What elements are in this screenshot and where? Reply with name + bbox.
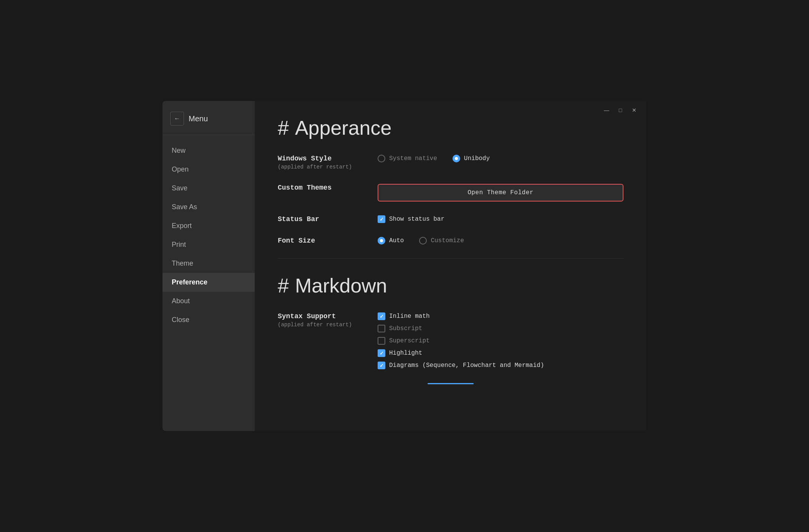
appearance-title: Apperance — [295, 116, 392, 139]
syntax-support-sub: (applied after restart) — [278, 322, 378, 328]
markdown-hash: # — [278, 274, 289, 297]
inline-math-checkbox[interactable]: Inline math — [378, 312, 623, 320]
subscript-label: Subscript — [389, 325, 422, 332]
radio-system-native[interactable]: System native — [378, 155, 437, 162]
subscript-checkbox[interactable]: Subscript — [378, 325, 623, 332]
radio-system-native-circle — [378, 155, 385, 162]
highlight-label: Highlight — [389, 350, 422, 357]
sidebar-header: ← Menu — [162, 109, 255, 135]
main-content: # Apperance Windows Style (applied after… — [255, 101, 647, 431]
markdown-title: Markdown — [295, 274, 387, 297]
highlight-checkbox[interactable]: Highlight — [378, 349, 623, 357]
custom-themes-title: Custom Themes — [278, 184, 378, 192]
appearance-heading: # Apperance — [278, 116, 623, 139]
open-theme-folder-button[interactable]: Open Theme Folder — [378, 184, 623, 202]
sidebar: ← Menu New Open Save Save As Export Prin… — [162, 101, 255, 431]
syntax-support-controls: Inline math Subscript Superscript Highli… — [378, 312, 623, 369]
sidebar-item-about[interactable]: About — [162, 292, 255, 311]
syntax-support-label: Syntax Support (applied after restart) — [278, 312, 378, 328]
custom-themes-label: Custom Themes — [278, 184, 378, 192]
radio-unibody[interactable]: Unibody — [453, 155, 490, 162]
sidebar-title: Menu — [189, 114, 208, 123]
show-status-bar-box — [378, 215, 385, 223]
radio-auto-label: Auto — [389, 237, 404, 244]
app-window: — □ ✕ ← Menu New Open Save Save As Expor… — [162, 101, 647, 431]
sidebar-item-theme[interactable]: Theme — [162, 254, 255, 273]
radio-system-native-label: System native — [389, 155, 437, 162]
status-bar-controls: Show status bar — [378, 215, 623, 223]
font-size-row: Font Size Auto Customize — [278, 237, 623, 245]
inline-math-box — [378, 312, 385, 320]
diagrams-checkbox[interactable]: Diagrams (Sequence, Flowchart and Mermai… — [378, 362, 623, 369]
sidebar-item-save[interactable]: Save — [162, 179, 255, 198]
syntax-support-title: Syntax Support — [278, 312, 378, 320]
back-button[interactable]: ← — [170, 112, 184, 126]
status-bar-title: Status Bar — [278, 215, 378, 223]
radio-customize-label: Customize — [431, 237, 464, 244]
custom-themes-controls: Open Theme Folder — [378, 184, 623, 202]
appearance-hash: # — [278, 116, 289, 139]
status-bar-label: Status Bar — [278, 215, 378, 223]
superscript-box — [378, 337, 385, 345]
sidebar-item-new[interactable]: New — [162, 141, 255, 160]
font-size-options: Auto Customize — [378, 237, 623, 245]
sidebar-item-preference[interactable]: Preference — [162, 273, 255, 292]
radio-customize[interactable]: Customize — [419, 237, 464, 245]
radio-customize-circle — [419, 237, 427, 245]
close-button[interactable]: ✕ — [628, 106, 640, 115]
minimize-button[interactable]: — — [600, 106, 613, 115]
inline-math-label: Inline math — [389, 313, 430, 320]
windows-style-options: System native Unibody — [378, 155, 623, 162]
windows-style-sub: (applied after restart) — [278, 164, 378, 170]
superscript-label: Superscript — [389, 337, 430, 344]
scrollbar-indicator — [428, 383, 474, 384]
font-size-title: Font Size — [278, 237, 378, 245]
windows-style-controls: System native Unibody — [378, 155, 623, 162]
titlebar: — □ ✕ — [594, 101, 647, 119]
windows-style-row: Windows Style (applied after restart) Sy… — [278, 155, 623, 170]
show-status-bar-checkbox[interactable]: Show status bar — [378, 215, 623, 223]
sidebar-item-export[interactable]: Export — [162, 216, 255, 235]
syntax-support-row: Syntax Support (applied after restart) I… — [278, 312, 623, 369]
superscript-checkbox[interactable]: Superscript — [378, 337, 623, 345]
windows-style-title: Windows Style — [278, 155, 378, 162]
sidebar-item-print[interactable]: Print — [162, 235, 255, 254]
maximize-button[interactable]: □ — [614, 106, 627, 115]
subscript-box — [378, 325, 385, 332]
diagrams-box — [378, 362, 385, 369]
font-size-controls: Auto Customize — [378, 237, 623, 245]
section-divider — [278, 258, 623, 259]
radio-auto-circle — [378, 237, 385, 245]
sidebar-item-open[interactable]: Open — [162, 160, 255, 179]
sidebar-item-close[interactable]: Close — [162, 311, 255, 329]
status-bar-row: Status Bar Show status bar — [278, 215, 623, 223]
font-size-label: Font Size — [278, 237, 378, 245]
highlight-box — [378, 349, 385, 357]
diagrams-label: Diagrams (Sequence, Flowchart and Mermai… — [389, 362, 544, 369]
show-status-bar-label: Show status bar — [389, 216, 444, 223]
custom-themes-row: Custom Themes Open Theme Folder — [278, 184, 623, 202]
radio-unibody-label: Unibody — [464, 155, 490, 162]
markdown-heading: # Markdown — [278, 274, 623, 297]
radio-auto[interactable]: Auto — [378, 237, 404, 245]
windows-style-label: Windows Style (applied after restart) — [278, 155, 378, 170]
sidebar-item-save-as[interactable]: Save As — [162, 198, 255, 216]
app-body: ← Menu New Open Save Save As Export Prin… — [162, 101, 647, 431]
radio-unibody-circle — [453, 155, 460, 162]
